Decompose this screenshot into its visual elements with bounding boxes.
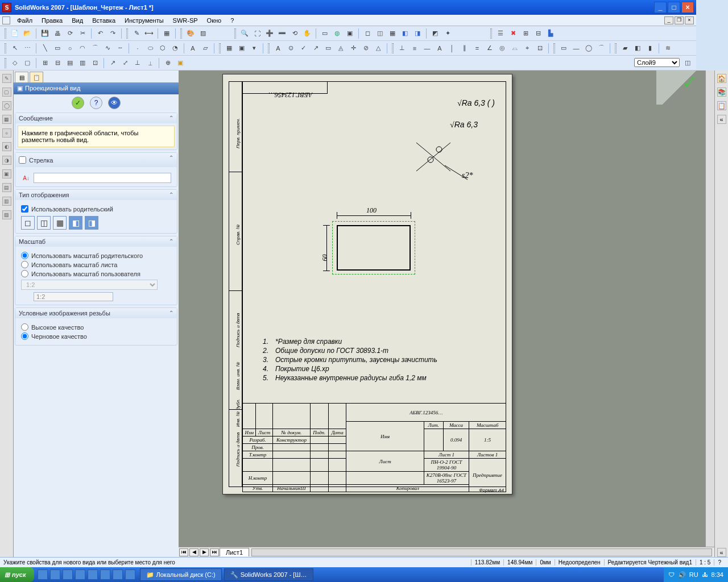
centerline-icon[interactable]: ╌ (114, 43, 126, 54)
scale-parent-radio[interactable] (21, 252, 28, 259)
maximize-button[interactable]: □ (668, 2, 680, 13)
print-icon[interactable]: 🖶 (52, 28, 63, 39)
hidden-icon[interactable]: ▣ (344, 28, 355, 39)
rel3-icon[interactable]: ⊞ (39, 57, 51, 69)
polygon-icon[interactable]: ⬡ (157, 43, 168, 54)
collapse-icon[interactable]: ⌃ (169, 310, 173, 317)
cmd1-icon[interactable]: ✎ (2, 74, 11, 83)
hole-icon[interactable]: ⊘ (360, 43, 371, 54)
doc-close[interactable]: × (685, 16, 694, 24)
collapse-icon[interactable]: ⌃ (169, 115, 173, 122)
texture-icon[interactable]: ▨ (197, 28, 209, 39)
zoom-in-icon[interactable]: ➕ (264, 28, 275, 39)
centermark-icon[interactable]: ✛ (348, 43, 359, 54)
datum-icon[interactable]: ◬ (335, 43, 346, 54)
rel7-icon[interactable]: ⊡ (89, 57, 101, 69)
layer-dropdown[interactable]: Слой9 ◫ (634, 57, 694, 69)
disp-hlv-icon[interactable]: ▦ (53, 216, 67, 230)
cmd2-icon[interactable]: ▢ (2, 88, 11, 97)
close-button[interactable]: × (681, 2, 694, 13)
detail-icon[interactable]: ▣ (236, 43, 247, 54)
hlv-icon[interactable]: ▦ (387, 28, 398, 39)
hscrollbar[interactable] (251, 548, 696, 556)
annot-line-icon[interactable]: — (570, 43, 582, 54)
rel5-icon[interactable]: ▤ (64, 57, 76, 69)
balloon-icon[interactable]: ⊙ (285, 43, 296, 54)
rel4-icon[interactable]: ⊟ (52, 57, 63, 69)
revision-icon[interactable]: △ (373, 43, 384, 54)
annot-arc-icon[interactable]: ⌒ (595, 43, 607, 54)
cut-icon[interactable]: ✂ (77, 28, 88, 39)
sheet-last-icon[interactable]: ⏭ (210, 548, 219, 556)
layer-icon[interactable]: ◧ (632, 43, 643, 54)
tab-feature-tree[interactable]: ▤ (15, 72, 28, 83)
menu-swr[interactable]: SWR-SP (168, 16, 202, 25)
line-icon[interactable]: ╲ (39, 43, 51, 54)
rel1-icon[interactable]: ◇ (9, 57, 20, 69)
cmd10-icon[interactable]: ▥ (2, 197, 11, 206)
undo-icon[interactable]: ↶ (94, 28, 106, 39)
shaded-icon[interactable]: ◍ (332, 28, 343, 39)
dim-icon[interactable]: ⟷ (143, 28, 155, 39)
disp-wire-icon[interactable]: ◻ (21, 216, 35, 230)
annot-circ-icon[interactable]: ◯ (583, 43, 594, 54)
sfinish-icon[interactable]: ✓ (297, 43, 309, 54)
doc-restore[interactable]: ❐ (675, 16, 684, 24)
arc-icon[interactable]: ◠ (77, 43, 88, 54)
rel6-icon[interactable]: ▥ (77, 57, 88, 69)
cmd7-icon[interactable]: ◑ (2, 156, 11, 165)
color-icon[interactable]: 🎨 (185, 28, 196, 39)
angle-icon[interactable]: ∠ (484, 43, 495, 54)
parallel-icon[interactable]: ∥ (459, 43, 470, 54)
concentric-icon[interactable]: ◎ (497, 43, 508, 54)
weld-icon[interactable]: ↗ (310, 43, 321, 54)
point-icon[interactable]: · (132, 43, 143, 54)
circle-icon[interactable]: ○ (64, 43, 76, 54)
note-icon[interactable]: A (272, 43, 284, 54)
zoom-area-icon[interactable]: ⛶ (251, 28, 263, 39)
selfilter-icon[interactable]: ☰ (495, 28, 506, 39)
minimize-button[interactable]: _ (654, 2, 667, 13)
disp-shaded-edge-icon[interactable]: ◧ (69, 216, 82, 230)
coinc-icon[interactable]: ≡ (409, 43, 420, 54)
thread-hq-radio[interactable] (21, 323, 28, 331)
menu-tools[interactable]: Инструменты (120, 16, 168, 25)
sheet-tab[interactable]: Лист1 (220, 548, 249, 556)
grid2-icon[interactable]: ⊞ (520, 28, 531, 39)
sketch-icon[interactable]: ✎ (131, 28, 142, 39)
zoom-fit-icon[interactable]: 🔍 (239, 28, 250, 39)
sheet-next-icon[interactable]: ▶ (200, 548, 209, 556)
grid3-icon[interactable]: ⊟ (532, 28, 544, 39)
cmd6-icon[interactable]: ◐ (2, 142, 11, 151)
menu-insert[interactable]: Вставка (88, 16, 120, 25)
horiz-icon[interactable]: — (421, 43, 433, 54)
menu-edit[interactable]: Правка (37, 16, 67, 25)
cmd5-icon[interactable]: ⟐ (2, 128, 11, 138)
redo-icon[interactable]: ↷ (107, 28, 118, 39)
sheet-first-icon[interactable]: ⏮ (179, 548, 188, 556)
cmd9-icon[interactable]: ▤ (2, 183, 11, 192)
sym-icon[interactable]: ⌖ (522, 43, 533, 54)
grid-icon[interactable]: ▦ (161, 28, 172, 39)
arrow-label-input[interactable] (34, 173, 171, 183)
equal-icon[interactable]: = (471, 43, 483, 54)
partial-icon[interactable]: ◔ (169, 43, 181, 54)
tangent-icon[interactable]: ⌒ (89, 43, 101, 54)
disp-shaded-icon[interactable]: ◨ (85, 216, 98, 230)
format-icon[interactable]: ▰ (619, 43, 631, 54)
plane-icon[interactable]: ▱ (200, 43, 211, 54)
letter-a-icon[interactable]: A (434, 43, 445, 54)
section-icon[interactable]: ◩ (429, 28, 441, 39)
scale-user-radio[interactable] (21, 270, 28, 277)
collapse-icon[interactable]: ⌃ (169, 238, 173, 245)
thread-draft-radio[interactable] (21, 332, 28, 340)
open-icon[interactable]: 📂 (22, 28, 33, 39)
color2-icon[interactable]: ▮ (644, 43, 656, 54)
scale-sheet-radio[interactable] (21, 261, 28, 268)
cmd11-icon[interactable]: ▧ (2, 210, 11, 219)
ellipse-icon[interactable]: ⬭ (144, 43, 156, 54)
collapse-icon[interactable]: ⌃ (169, 155, 173, 165)
collision-icon[interactable]: ✖ (507, 28, 519, 39)
rebuild-icon[interactable]: ⟳ (64, 28, 76, 39)
menu-window[interactable]: Окно (202, 16, 226, 25)
